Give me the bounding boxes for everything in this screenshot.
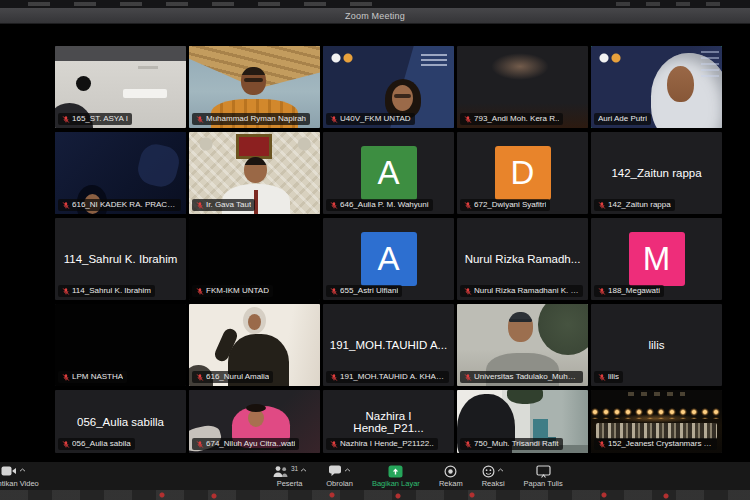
participant-label: 646_Aulia P. M. Wahyuni — [326, 199, 433, 211]
muted-mic-icon — [330, 201, 338, 210]
meeting-toolbar: Hentikan Video 31 Peserta — [0, 462, 750, 490]
participant-label: Universitas Tadulako_Muhamma... — [460, 371, 583, 383]
muted-mic-icon — [330, 287, 338, 296]
reactions-smiley-icon — [482, 465, 495, 478]
participant-name-label: U40V_FKM UNTAD — [340, 113, 411, 125]
muted-mic-icon — [464, 115, 472, 124]
participant-name-label: 142_Zaitun rappa — [608, 199, 671, 211]
share-screen-label: Bagikan Layar — [372, 480, 420, 488]
muted-mic-icon — [330, 440, 338, 449]
participant-name-label: 616_Nurul Amalia — [206, 371, 269, 383]
participant-tile[interactable]: 674_Niluh Ayu Citra..wati — [189, 390, 320, 453]
participant-label: 142_Zaitun rappa — [594, 199, 675, 211]
stop-video-caret-icon[interactable] — [19, 468, 26, 472]
participant-tile[interactable]: Auri Ade Putri — [591, 46, 722, 128]
participant-tile[interactable]: 152_Jeanest Crystanmars Gwn.. — [591, 390, 722, 453]
participants-caret-icon[interactable] — [300, 468, 307, 472]
muted-mic-icon — [196, 373, 204, 382]
participant-tile[interactable]: U40V_FKM UNTAD — [323, 46, 454, 128]
participant-tile[interactable]: 793_Andi Moh. Kera R.. — [457, 46, 588, 128]
muted-mic-icon — [598, 440, 606, 449]
participant-name-label: 165_ST. ASYA I — [72, 113, 128, 125]
participant-label: 616_Nurul Amalia — [192, 371, 273, 383]
participant-label: Auri Ade Putri — [594, 113, 651, 125]
muted-mic-icon — [464, 201, 472, 210]
participant-tile[interactable]: 165_ST. ASYA I — [55, 46, 186, 128]
participant-tile[interactable]: 616_NI KADEK RA. PRACIANI — [55, 132, 186, 214]
participant-tile[interactable]: 142_Zaitun rappa142_Zaitun rappa — [591, 132, 722, 214]
muted-mic-icon — [464, 373, 472, 382]
stop-video-button[interactable]: Hentikan Video — [0, 465, 39, 488]
chat-caret-icon[interactable] — [344, 468, 351, 472]
participant-name-label: LPM NASTHA — [72, 371, 123, 383]
participant-name-label: Nurul Rizka Ramadhani K. kartya.. — [474, 285, 579, 297]
participant-tile[interactable]: M188_Megawati — [591, 218, 722, 300]
participant-tile[interactable]: Universitas Tadulako_Muhamma... — [457, 304, 588, 386]
window-title-bar: Zoom Meeting — [0, 8, 750, 24]
muted-mic-icon — [62, 201, 70, 210]
participant-name-label: 616_NI KADEK RA. PRACIANI — [72, 199, 177, 211]
participant-label: 674_Niluh Ayu Citra..wati — [192, 438, 299, 450]
participants-button[interactable]: 31 Peserta — [272, 465, 307, 488]
participant-label: LPM NASTHA — [58, 371, 127, 383]
participant-name-label: FKM-IKM UNTAD — [206, 285, 269, 297]
record-button[interactable]: Rekam — [439, 465, 463, 488]
participant-tile[interactable]: Nazhira I Hende_P21...Nazhira I Hende_P2… — [323, 390, 454, 453]
participant-name-label: 672_Dwiyani Syafitri — [474, 199, 546, 211]
video-camera-icon — [1, 465, 17, 477]
participant-name-label: 655_Astri Ulfiani — [340, 285, 398, 297]
participant-label: Nazhira I Hende_P21122.. — [326, 438, 438, 450]
participant-tile[interactable]: 114_Sahrul K. Ibrahim114_Sahrul K. Ibrah… — [55, 218, 186, 300]
video-grid: 165_ST. ASYA IMuhammad Ryman NapirahU40V… — [55, 46, 722, 453]
participant-tile[interactable]: Muhammad Ryman Napirah — [189, 46, 320, 128]
participant-tile[interactable]: LPM NASTHA — [55, 304, 186, 386]
participants-label: Peserta — [277, 480, 303, 488]
participant-label: 672_Dwiyani Syafitri — [460, 199, 550, 211]
os-menu-bar — [0, 0, 750, 8]
chat-button[interactable]: Obrolan — [326, 465, 353, 488]
participant-name-label: 188_Megawati — [608, 285, 660, 297]
participant-label: 616_NI KADEK RA. PRACIANI — [58, 199, 181, 211]
reactions-caret-icon[interactable] — [497, 468, 504, 472]
participant-label: 165_ST. ASYA I — [58, 113, 132, 125]
participant-name-label: Auri Ade Putri — [598, 113, 647, 125]
muted-mic-icon — [330, 115, 338, 124]
participant-tile[interactable]: lilislilis — [591, 304, 722, 386]
muted-mic-icon — [196, 115, 204, 124]
participant-name-label: 114_Sahrul K. Ibrahim — [72, 285, 151, 297]
participant-tile[interactable]: A646_Aulia P. M. Wahyuni — [323, 132, 454, 214]
muted-mic-icon — [464, 440, 472, 449]
participant-tile[interactable]: Nurul Rizka Ramadh...Nurul Rizka Ramadha… — [457, 218, 588, 300]
participant-tile[interactable]: Ir. Gava Taut — [189, 132, 320, 214]
participant-label: 188_Megawati — [594, 285, 664, 297]
whiteboard-button[interactable]: Papan Tulis — [524, 465, 563, 488]
participant-name-label: lilis — [608, 371, 619, 383]
muted-mic-icon — [62, 373, 70, 382]
participant-tile[interactable]: 750_Muh. Trisandi Rafit — [457, 390, 588, 453]
muted-mic-icon — [598, 201, 606, 210]
reactions-button[interactable]: Reaksi — [482, 465, 505, 488]
participant-tile[interactable]: FKM-IKM UNTAD — [189, 218, 320, 300]
share-screen-button[interactable]: Bagikan Layar — [372, 465, 420, 488]
muted-mic-icon — [464, 287, 472, 296]
participant-label: 750_Muh. Trisandi Rafit — [460, 438, 563, 450]
participant-name-label: 056_Aulia sabila — [72, 438, 131, 450]
muted-mic-icon — [62, 287, 70, 296]
participant-name-label: Universitas Tadulako_Muhamma... — [474, 371, 579, 383]
chat-icon — [328, 465, 342, 478]
participant-label: 152_Jeanest Crystanmars Gwn.. — [594, 438, 717, 450]
participant-name-label: Muhammad Ryman Napirah — [206, 113, 306, 125]
participant-tile[interactable]: 191_MOH.TAUHID A...191_MOH.TAUHID A. KHA… — [323, 304, 454, 386]
participant-tile[interactable]: 056_Aulia sabilla056_Aulia sabila — [55, 390, 186, 453]
participant-label: 793_Andi Moh. Kera R.. — [460, 113, 563, 125]
record-label: Rekam — [439, 480, 463, 488]
stop-video-label: Hentikan Video — [0, 480, 39, 488]
muted-mic-icon — [330, 373, 338, 382]
participant-tile[interactable]: A655_Astri Ulfiani — [323, 218, 454, 300]
participant-label: lilis — [594, 371, 623, 383]
avatar: A — [361, 146, 417, 200]
participant-tile[interactable]: D672_Dwiyani Syafitri — [457, 132, 588, 214]
avatar: D — [495, 146, 551, 200]
participant-name-label: 674_Niluh Ayu Citra..wati — [206, 438, 295, 450]
participant-tile[interactable]: 616_Nurul Amalia — [189, 304, 320, 386]
